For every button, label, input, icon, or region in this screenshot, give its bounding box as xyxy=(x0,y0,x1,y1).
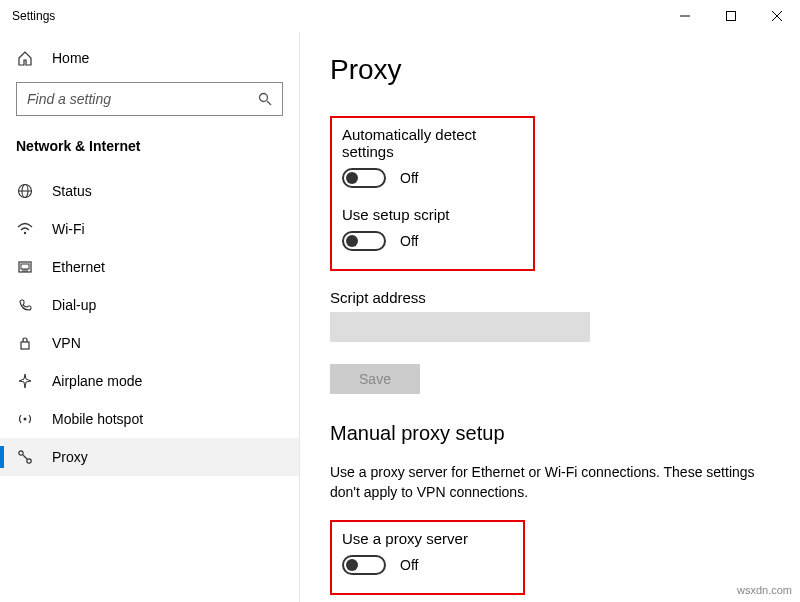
ethernet-icon xyxy=(16,259,34,275)
sidebar-item-vpn[interactable]: VPN xyxy=(0,324,299,362)
save-button: Save xyxy=(330,364,420,394)
use-script-state: Off xyxy=(400,233,418,249)
svg-point-16 xyxy=(24,418,27,421)
sidebar-item-label: VPN xyxy=(52,335,81,351)
svg-point-9 xyxy=(24,232,26,234)
auto-detect-label: Automatically detect settings xyxy=(342,126,523,160)
caption-buttons xyxy=(662,0,800,32)
watermark: wsxdn.com xyxy=(737,584,792,596)
home-label: Home xyxy=(52,50,89,66)
sidebar-item-label: Wi-Fi xyxy=(52,221,85,237)
auto-detect-toggle[interactable] xyxy=(342,168,386,188)
category-header: Network & Internet xyxy=(0,132,299,172)
search-box[interactable] xyxy=(16,82,283,116)
airplane-icon xyxy=(16,373,34,389)
sidebar-item-label: Proxy xyxy=(52,449,88,465)
auto-setup-highlight: Automatically detect settings Off Use se… xyxy=(330,116,535,271)
svg-point-17 xyxy=(19,451,23,455)
window-title: Settings xyxy=(12,9,55,23)
search-input[interactable] xyxy=(27,91,258,107)
hotspot-icon xyxy=(16,411,34,427)
use-proxy-state: Off xyxy=(400,557,418,573)
svg-line-5 xyxy=(267,101,271,105)
sidebar-item-label: Status xyxy=(52,183,92,199)
sidebar-item-dialup[interactable]: Dial-up xyxy=(0,286,299,324)
svg-rect-15 xyxy=(21,342,29,349)
close-button[interactable] xyxy=(754,0,800,32)
auto-detect-state: Off xyxy=(400,170,418,186)
sidebar-item-label: Airplane mode xyxy=(52,373,142,389)
search-icon xyxy=(258,92,272,106)
content-area: Proxy Automatically detect settings Off … xyxy=(300,32,800,602)
svg-point-4 xyxy=(260,94,268,102)
sidebar-item-wifi[interactable]: Wi-Fi xyxy=(0,210,299,248)
manual-description: Use a proxy server for Ethernet or Wi-Fi… xyxy=(330,463,772,502)
maximize-button[interactable] xyxy=(708,0,754,32)
use-script-toggle[interactable] xyxy=(342,231,386,251)
home-icon xyxy=(16,50,34,66)
page-title: Proxy xyxy=(330,54,772,86)
globe-icon xyxy=(16,183,34,199)
sidebar-item-label: Ethernet xyxy=(52,259,105,275)
svg-point-18 xyxy=(27,459,31,463)
svg-line-19 xyxy=(23,455,27,459)
home-button[interactable]: Home xyxy=(0,40,299,76)
svg-rect-1 xyxy=(727,12,736,21)
svg-rect-11 xyxy=(21,264,29,269)
use-proxy-highlight: Use a proxy server Off xyxy=(330,520,525,595)
titlebar: Settings xyxy=(0,0,800,32)
sidebar-item-label: Mobile hotspot xyxy=(52,411,143,427)
script-address-input xyxy=(330,312,590,342)
script-address-label: Script address xyxy=(330,289,772,306)
use-script-label: Use setup script xyxy=(342,206,523,223)
minimize-button[interactable] xyxy=(662,0,708,32)
dialup-icon xyxy=(16,297,34,313)
proxy-icon xyxy=(16,449,34,465)
sidebar-item-airplane[interactable]: Airplane mode xyxy=(0,362,299,400)
sidebar-item-proxy[interactable]: Proxy xyxy=(0,438,299,476)
sidebar-item-hotspot[interactable]: Mobile hotspot xyxy=(0,400,299,438)
sidebar-item-status[interactable]: Status xyxy=(0,172,299,210)
vpn-icon xyxy=(16,335,34,351)
use-proxy-toggle[interactable] xyxy=(342,555,386,575)
sidebar-item-ethernet[interactable]: Ethernet xyxy=(0,248,299,286)
sidebar: Home Network & Internet Status Wi-Fi Eth… xyxy=(0,32,300,602)
use-proxy-label: Use a proxy server xyxy=(342,530,513,547)
sidebar-item-label: Dial-up xyxy=(52,297,96,313)
manual-section-title: Manual proxy setup xyxy=(330,422,772,445)
wifi-icon xyxy=(16,221,34,237)
